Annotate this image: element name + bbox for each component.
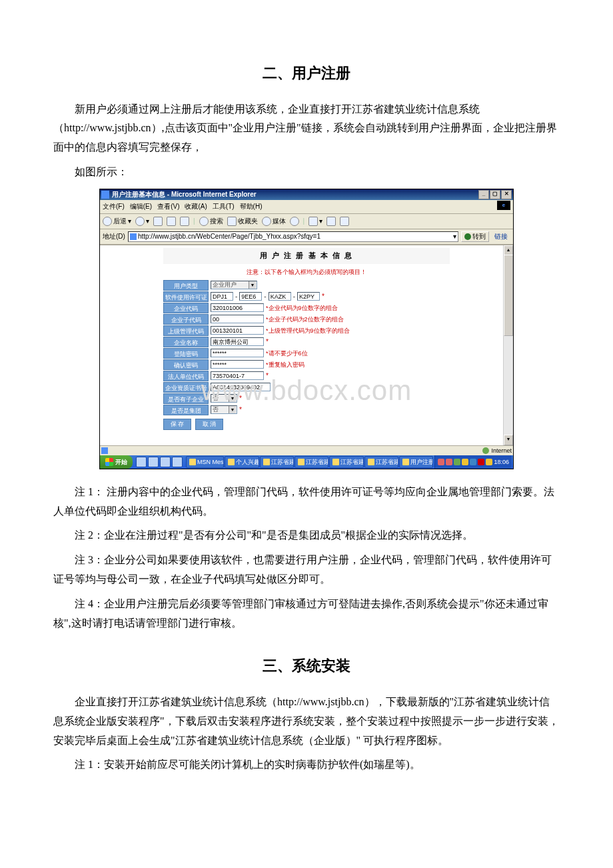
label-ent-name: 企业名称 bbox=[163, 337, 209, 347]
system-tray: 18:06 bbox=[434, 455, 512, 469]
input-license-4[interactable]: K2PY bbox=[297, 292, 320, 301]
menu-tools[interactable]: 工具(T) bbox=[213, 201, 235, 213]
home-button[interactable] bbox=[180, 217, 189, 226]
label-login-pwd: 登陆密码 bbox=[163, 348, 209, 359]
quick-launch-icon[interactable] bbox=[136, 457, 147, 467]
input-license-1[interactable]: DPJ1 bbox=[211, 292, 233, 301]
favorites-button[interactable]: 收藏夹 bbox=[227, 215, 258, 227]
task-icon bbox=[402, 459, 409, 465]
url-text: http://www.jstjbb.cn/WebCenter/Page/Tjbb… bbox=[138, 232, 320, 241]
task-icon bbox=[263, 459, 270, 465]
ie-icon bbox=[101, 191, 109, 199]
form-title: 用 户 注 册 基 本 信 息 bbox=[163, 248, 450, 264]
mail-button[interactable]: ▾ bbox=[308, 215, 322, 227]
task-item[interactable]: MSN Mess... bbox=[186, 456, 224, 468]
maximize-button[interactable]: ▢ bbox=[490, 190, 500, 199]
tray-icon[interactable] bbox=[462, 459, 468, 465]
scroll-down-button[interactable]: ▼ bbox=[504, 435, 513, 445]
menu-help[interactable]: 帮助(H) bbox=[240, 201, 263, 213]
task-item[interactable]: 江苏省建... bbox=[295, 456, 328, 468]
hint-confirm-pwd: *重复输入密码 bbox=[266, 359, 305, 370]
links-bar[interactable]: 链接 bbox=[492, 231, 510, 243]
label-user-type: 用户类型 bbox=[163, 280, 209, 291]
menu-bar: 文件(F) 编辑(E) 查看(V) 收藏(A) 工具(T) 帮助(H) e bbox=[100, 200, 513, 214]
task-icon bbox=[189, 459, 196, 465]
print-button[interactable] bbox=[326, 217, 336, 226]
close-button[interactable]: ✕ bbox=[501, 190, 512, 199]
home-icon bbox=[180, 217, 189, 226]
label-confirm-pwd: 确认密码 bbox=[163, 359, 209, 370]
cancel-button[interactable]: 取 消 bbox=[195, 419, 223, 430]
tray-icon[interactable] bbox=[470, 459, 476, 465]
row-ent-name: 企业名称 南京博州公司 * bbox=[163, 337, 450, 347]
note-2: 注 2：企业在注册过程"是否有分公司"和"是否是集团成员"根据企业的实际情况选择… bbox=[53, 526, 560, 545]
save-button[interactable]: 保 存 bbox=[163, 419, 191, 430]
task-item[interactable]: 个人兴趣... bbox=[225, 456, 259, 468]
input-license-3[interactable]: KAZK bbox=[269, 292, 291, 301]
windows-taskbar: 开始 MSN Mess... 个人兴趣... 江苏省建... 江苏省建... 江… bbox=[100, 455, 513, 469]
window-titlebar: 用户注册基本信息 - Microsoft Internet Explorer _… bbox=[100, 189, 513, 200]
taskbar-clock: 18:06 bbox=[494, 457, 509, 467]
label-ent-code: 企业代码 bbox=[163, 303, 209, 313]
minimize-button[interactable]: _ bbox=[478, 190, 489, 199]
menu-view[interactable]: 查看(V) bbox=[157, 201, 179, 213]
task-item[interactable]: 用户注册... bbox=[399, 456, 433, 468]
history-button[interactable] bbox=[290, 217, 299, 226]
media-button[interactable]: 媒体 bbox=[262, 215, 286, 227]
menu-edit[interactable]: 编辑(E) bbox=[130, 201, 152, 213]
menu-favorites[interactable]: 收藏(A) bbox=[185, 201, 207, 213]
star-icon bbox=[227, 217, 237, 226]
label-cert-no: 企业资质证书号 bbox=[163, 382, 209, 393]
row-user-type: 用户类型 企业用户 bbox=[163, 280, 450, 291]
row-ent-code: 企业代码 320101006 *企业代码为9位数字的组合 bbox=[163, 303, 450, 313]
forward-button[interactable]: ▾ bbox=[135, 215, 149, 227]
windows-icon bbox=[105, 458, 113, 466]
task-item[interactable]: 江苏省建... bbox=[260, 456, 294, 468]
input-confirm-pwd[interactable]: ****** bbox=[211, 360, 264, 369]
input-ent-name[interactable]: 南京博州公司 bbox=[211, 337, 264, 346]
tray-icon[interactable] bbox=[438, 459, 444, 465]
row-license: 软件使用许可证号 DPJ1 - 9EE6 - KAZK - K2PY * bbox=[163, 291, 450, 302]
tray-icon[interactable] bbox=[446, 459, 452, 465]
status-bar: Internet bbox=[100, 445, 513, 455]
start-button[interactable]: 开始 bbox=[100, 455, 133, 469]
menu-file[interactable]: 文件(F) bbox=[103, 201, 125, 213]
quick-launch-icon[interactable] bbox=[148, 457, 159, 467]
note-3: 注 3：企业分公司如果要使用该软件，也需要进行用户注册，企业代码，管理部门代码，… bbox=[53, 551, 560, 589]
select-is-group[interactable]: 否 bbox=[211, 405, 237, 414]
search-button[interactable]: 搜索 bbox=[199, 215, 223, 227]
vertical-scrollbar[interactable]: ▲ ▼ bbox=[503, 245, 513, 445]
input-ent-code[interactable]: 320101006 bbox=[211, 303, 264, 312]
section-3-para-1: 企业直接打开江苏省建筑业统计信息系统（http://www.jstjbb.cn）… bbox=[53, 693, 560, 750]
tray-icon[interactable] bbox=[454, 459, 460, 465]
section-2-para-1: 新用户必须通过网上注册后才能使用该系统，企业直接打开江苏省建筑业统计信息系统（h… bbox=[53, 100, 560, 157]
address-input[interactable]: http://www.jstjbb.cn/WebCenter/Page/Tjbb… bbox=[128, 231, 458, 242]
task-item[interactable]: 江苏省建... bbox=[364, 456, 398, 468]
label-is-group: 是否是集团 bbox=[163, 405, 209, 415]
label-has-sub: 是否有子企业 bbox=[163, 393, 209, 404]
scroll-thumb[interactable] bbox=[504, 255, 513, 336]
tray-icon[interactable] bbox=[478, 459, 484, 465]
input-login-pwd[interactable]: ****** bbox=[211, 349, 264, 357]
quick-launch-icon[interactable] bbox=[160, 457, 171, 467]
go-button[interactable]: 转到 bbox=[461, 231, 489, 242]
back-button[interactable]: 后退 ▾ bbox=[103, 215, 131, 227]
select-user-type[interactable]: 企业用户 bbox=[211, 281, 257, 289]
search-icon bbox=[199, 217, 209, 226]
input-license-2[interactable]: 9EE6 bbox=[239, 292, 262, 301]
taskbar-tasks: MSN Mess... 个人兴趣... 江苏省建... 江苏省建... 江苏省建… bbox=[186, 456, 433, 468]
refresh-button[interactable] bbox=[167, 217, 176, 226]
stop-button[interactable] bbox=[153, 217, 163, 226]
row-is-group: 是否是集团 否 * bbox=[163, 405, 450, 415]
input-cert-no[interactable]: A0014032069402 bbox=[211, 383, 271, 391]
input-legal-code[interactable]: 73570401-7 bbox=[211, 371, 264, 380]
edit-button[interactable] bbox=[340, 217, 349, 226]
task-item[interactable]: 江苏省建... bbox=[329, 456, 363, 468]
select-has-sub[interactable]: 否 bbox=[211, 394, 237, 403]
input-sub-code[interactable]: 00 bbox=[211, 315, 264, 323]
input-mgr-code[interactable]: 001320101 bbox=[211, 326, 264, 335]
quick-launch-icon[interactable] bbox=[172, 457, 183, 467]
address-bar: 地址(D) http://www.jstjbb.cn/WebCenter/Pag… bbox=[100, 229, 513, 245]
forward-icon bbox=[135, 217, 145, 226]
tray-icon[interactable] bbox=[486, 459, 492, 465]
